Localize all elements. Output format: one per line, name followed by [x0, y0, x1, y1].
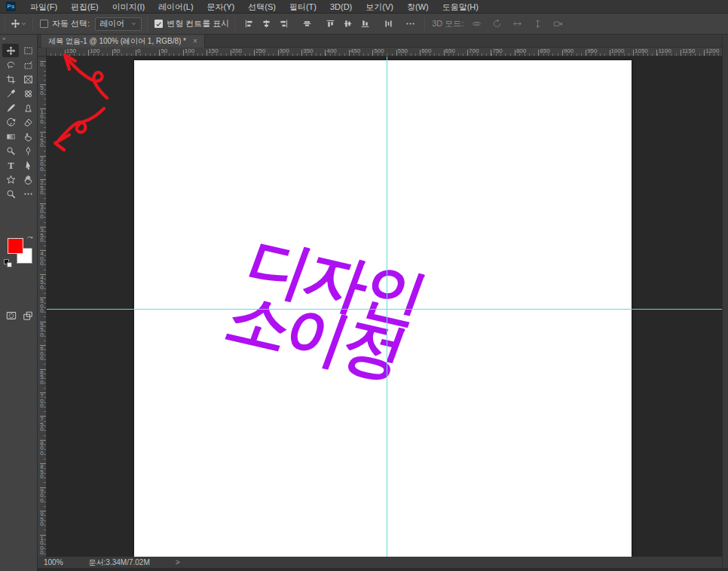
- auto-select-label: 자동 선택:: [52, 18, 90, 29]
- menu-item-8[interactable]: 3D(D): [323, 0, 359, 14]
- ruler-label: 1050: [635, 47, 648, 54]
- move-tool-preset-icon[interactable]: [11, 19, 20, 29]
- brush-tool[interactable]: [2, 101, 19, 115]
- menu-item-5[interactable]: 문자(Y): [200, 0, 242, 14]
- move-tool[interactable]: [2, 44, 19, 57]
- show-transform-controls-checkbox[interactable]: [154, 20, 163, 28]
- menu-item-7[interactable]: 필터(T): [283, 0, 323, 14]
- ruler-label: 450: [350, 47, 360, 54]
- vertical-ruler[interactable]: 05 01 0 01 5 02 0 02 5 03 0 03 5 04 0 04…: [38, 56, 47, 557]
- ruler-label: 400: [326, 47, 336, 54]
- lasso-tool[interactable]: [2, 58, 19, 72]
- quick-mask-button[interactable]: [3, 309, 20, 322]
- drag-3d-button[interactable]: [509, 17, 526, 32]
- ruler-label: 50: [161, 47, 167, 54]
- ruler-label: 1 0 0: [38, 110, 46, 125]
- ruler-label: 100: [185, 47, 194, 54]
- color-swatches: [0, 231, 38, 276]
- ruler-label: 1150: [682, 47, 695, 54]
- collapse-panel-button[interactable]: «: [2, 35, 5, 42]
- vertical-guide[interactable]: [387, 56, 387, 557]
- roll-3d-button[interactable]: [488, 17, 506, 32]
- window-bottom-edge: [38, 568, 728, 571]
- pen-tool[interactable]: [20, 144, 36, 157]
- ruler-corner[interactable]: [38, 47, 47, 56]
- ruler-label: 950: [587, 47, 597, 54]
- ruler-tick: [444, 50, 445, 56]
- eyedropper-tool[interactable]: [2, 87, 19, 100]
- panel-dock-strip[interactable]: [722, 35, 728, 568]
- screen-mode-button[interactable]: [20, 309, 36, 322]
- menu-bar: Ps 파일(F)편집(E)이미지(I)레이어(L)문자(Y)선택(S)필터(T)…: [0, 0, 728, 14]
- zoom-tool[interactable]: [2, 187, 19, 200]
- ruler-label: 0: [38, 63, 46, 68]
- menu-item-9[interactable]: 보기(V): [359, 0, 400, 14]
- shape-tool[interactable]: [2, 173, 19, 186]
- menu-item-11[interactable]: 도움말(H): [436, 0, 485, 14]
- orbit-3d-button[interactable]: [468, 17, 485, 32]
- crop-tool[interactable]: [2, 72, 19, 86]
- align-top-edges-button[interactable]: [322, 17, 339, 32]
- path-selection-tool[interactable]: [20, 158, 36, 172]
- align-bottom-edges-button[interactable]: [356, 17, 374, 32]
- clone-stamp-tool[interactable]: [20, 101, 36, 115]
- menu-item-3[interactable]: 이미지(I): [106, 0, 151, 14]
- menu-item-6[interactable]: 선택(S): [241, 0, 283, 14]
- menu-item-4[interactable]: 레이어(L): [151, 0, 200, 14]
- ruler-tick: [562, 50, 563, 56]
- swap-colors-icon[interactable]: [26, 233, 34, 246]
- distribute-horizontal-button[interactable]: [380, 17, 397, 32]
- menu-item-10[interactable]: 창(W): [400, 0, 436, 14]
- align-middle-button[interactable]: [339, 17, 356, 32]
- smudge-tool[interactable]: [20, 130, 36, 143]
- align-left-edges-button[interactable]: [240, 17, 258, 32]
- close-icon[interactable]: ×: [193, 38, 197, 45]
- ruler-tick: [278, 50, 279, 56]
- healing-brush-tool[interactable]: [20, 87, 36, 100]
- edit-toolbar[interactable]: [20, 187, 36, 200]
- horizontal-ruler[interactable]: 1501005005010015020025030035040045050055…: [47, 47, 722, 56]
- hand-tool[interactable]: [20, 173, 36, 186]
- slide-3d-button[interactable]: [529, 17, 546, 32]
- menu-item-1[interactable]: 파일(F): [23, 0, 64, 14]
- object-selection-tool[interactable]: [20, 58, 36, 72]
- camera-3d-button[interactable]: [549, 17, 567, 32]
- marquee-tool[interactable]: [20, 44, 36, 57]
- gradient-tool[interactable]: [2, 130, 19, 143]
- ruler-label: 1100: [658, 47, 671, 54]
- ruler-tick: [231, 50, 231, 56]
- type-tool[interactable]: T: [2, 158, 19, 172]
- zoom-level-field[interactable]: 100%: [44, 558, 63, 566]
- ruler-label: 7 0 0: [38, 394, 46, 409]
- eraser-tool[interactable]: [20, 115, 36, 129]
- ruler-tick: [372, 50, 373, 56]
- ruler-tick: [396, 50, 397, 56]
- horizontal-guide[interactable]: [47, 309, 722, 310]
- 3d-mode-label: 3D 모드:: [432, 18, 463, 29]
- ruler-label: 850: [540, 47, 549, 54]
- auto-select-target-dropdown[interactable]: 레이어: [95, 17, 142, 31]
- history-brush-tool[interactable]: [2, 115, 19, 129]
- align-horizontal-centers-button[interactable]: [258, 17, 275, 32]
- ruler-label: 800: [516, 47, 526, 54]
- foreground-color-swatch[interactable]: [8, 238, 23, 254]
- ruler-label: 900: [564, 47, 574, 54]
- canvas-viewport[interactable]: 디자인 소이정: [47, 56, 722, 557]
- ruler-tick: [65, 50, 66, 56]
- menu-item-2[interactable]: 편집(E): [64, 0, 106, 14]
- ruler-label: 1200: [705, 47, 719, 54]
- align-right-edges-button[interactable]: [275, 17, 292, 32]
- more-options-button[interactable]: [402, 17, 419, 32]
- document-tab[interactable]: 제목 없음-1 @ 100% (레이어 1, RGB/8) * ×: [41, 35, 205, 47]
- status-options-chevron[interactable]: >: [176, 558, 180, 566]
- ruler-label: 7 5 0: [38, 417, 46, 432]
- default-colors-icon[interactable]: [4, 259, 13, 268]
- photoshop-logo-icon[interactable]: Ps: [6, 2, 16, 11]
- dodge-tool[interactable]: [2, 144, 19, 157]
- auto-select-checkbox[interactable]: [40, 20, 48, 28]
- ruler-tick: [538, 50, 539, 56]
- chevron-down-icon[interactable]: [20, 20, 27, 27]
- frame-tool[interactable]: [20, 72, 36, 86]
- align-vertical-centers-button[interactable]: [298, 17, 316, 32]
- options-bar: 자동 선택: 레이어 변형 컨트롤 표시 3D 모드:: [0, 14, 728, 35]
